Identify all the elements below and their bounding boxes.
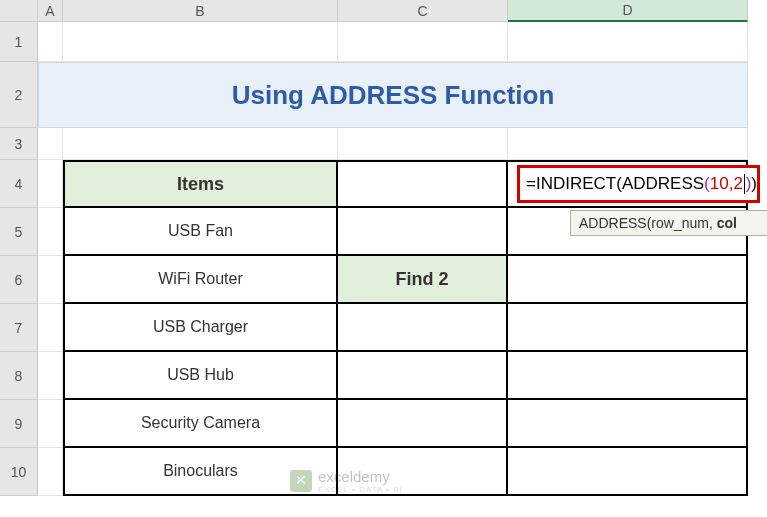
select-all-corner[interactable] <box>0 0 38 22</box>
cell-d10[interactable] <box>508 448 748 496</box>
cell-a10[interactable] <box>38 448 63 496</box>
watermark-brand: exceldemy <box>318 468 403 485</box>
formula-edit-overlay[interactable]: =INDIRECT(ADDRESS(10,2)) <box>517 165 760 203</box>
formula-fn-address: ADDRESS <box>622 174 704 194</box>
cell-b9[interactable]: Security Camera <box>63 400 338 448</box>
cell-c8[interactable] <box>338 352 508 400</box>
row-header-7[interactable]: 7 <box>0 304 38 352</box>
col-header-b[interactable]: B <box>63 0 338 22</box>
formula-paren-close1: ) <box>751 174 757 194</box>
cell-d7[interactable] <box>508 304 748 352</box>
cell-d9[interactable] <box>508 400 748 448</box>
cell-a6[interactable] <box>38 256 63 304</box>
col-header-a[interactable]: A <box>38 0 63 22</box>
row-header-4[interactable]: 4 <box>0 160 38 208</box>
cell-a7[interactable] <box>38 304 63 352</box>
cell-b6[interactable]: WiFi Router <box>63 256 338 304</box>
row-header-6[interactable]: 6 <box>0 256 38 304</box>
tooltip-prefix: ADDRESS(row_num, <box>579 215 717 231</box>
row-header-9[interactable]: 9 <box>0 400 38 448</box>
row-header-2[interactable]: 2 <box>0 62 38 128</box>
cell-b5[interactable]: USB Fan <box>63 208 338 256</box>
cell-a8[interactable] <box>38 352 63 400</box>
row-header-1[interactable]: 1 <box>0 22 38 62</box>
cell-c9[interactable] <box>338 400 508 448</box>
title-cell[interactable]: Using ADDRESS Function <box>38 62 748 128</box>
row-header-5[interactable]: 5 <box>0 208 38 256</box>
row-header-3[interactable]: 3 <box>0 128 38 160</box>
watermark: exceldemy EXCEL • DATA • BI <box>290 468 403 494</box>
cell-d1[interactable] <box>508 22 748 62</box>
cell-c1[interactable] <box>338 22 508 62</box>
exceldemy-logo-icon <box>290 470 312 492</box>
formula-fn-indirect: INDIRECT <box>536 174 616 194</box>
tooltip-bold-arg: col <box>717 215 737 231</box>
spreadsheet-grid[interactable]: A B C D 1 2 Using ADDRESS Function 3 4 I… <box>0 0 767 496</box>
col-header-c[interactable]: C <box>338 0 508 22</box>
row-header-8[interactable]: 8 <box>0 352 38 400</box>
cell-a4[interactable] <box>38 160 63 208</box>
cell-a9[interactable] <box>38 400 63 448</box>
cell-c4[interactable] <box>338 160 508 208</box>
cell-c3[interactable] <box>338 128 508 160</box>
watermark-sub: EXCEL • DATA • BI <box>318 485 403 494</box>
col-header-d[interactable]: D <box>508 0 748 22</box>
cell-c6-find2[interactable]: Find 2 <box>338 256 508 304</box>
cell-b7[interactable]: USB Charger <box>63 304 338 352</box>
cell-c5[interactable] <box>338 208 508 256</box>
cell-a3[interactable] <box>38 128 63 160</box>
text-cursor <box>744 174 745 194</box>
items-header[interactable]: Items <box>63 160 338 208</box>
cell-b8[interactable]: USB Hub <box>63 352 338 400</box>
formula-equals: = <box>526 174 536 194</box>
cell-c7[interactable] <box>338 304 508 352</box>
cell-a1[interactable] <box>38 22 63 62</box>
formula-args: 10,2 <box>710 174 743 194</box>
cell-d3[interactable] <box>508 128 748 160</box>
cell-d8[interactable] <box>508 352 748 400</box>
row-header-10[interactable]: 10 <box>0 448 38 496</box>
cell-b1[interactable] <box>63 22 338 62</box>
cell-b3[interactable] <box>63 128 338 160</box>
cell-a5[interactable] <box>38 208 63 256</box>
cell-d6[interactable] <box>508 256 748 304</box>
formula-tooltip: ADDRESS(row_num, col <box>570 210 767 236</box>
